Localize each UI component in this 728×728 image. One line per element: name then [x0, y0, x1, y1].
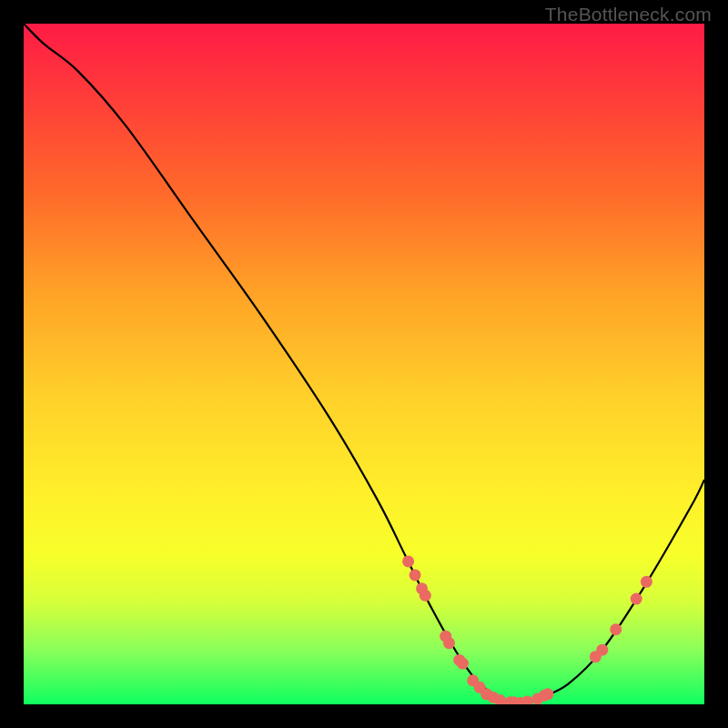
- data-point: [410, 569, 421, 581]
- watermark-text: TheBottleneck.com: [545, 4, 712, 25]
- data-point: [402, 555, 414, 567]
- data-point: [631, 593, 642, 605]
- data-point: [641, 576, 652, 588]
- data-point: [541, 688, 553, 700]
- chart-overlay: [24, 24, 704, 704]
- data-point: [420, 590, 431, 602]
- data-point: [443, 637, 455, 649]
- data-point: [457, 658, 469, 670]
- bottleneck-curve: [24, 24, 704, 704]
- data-point: [521, 696, 533, 704]
- data-point: [610, 623, 622, 635]
- data-points: [402, 555, 652, 704]
- data-point: [596, 644, 608, 656]
